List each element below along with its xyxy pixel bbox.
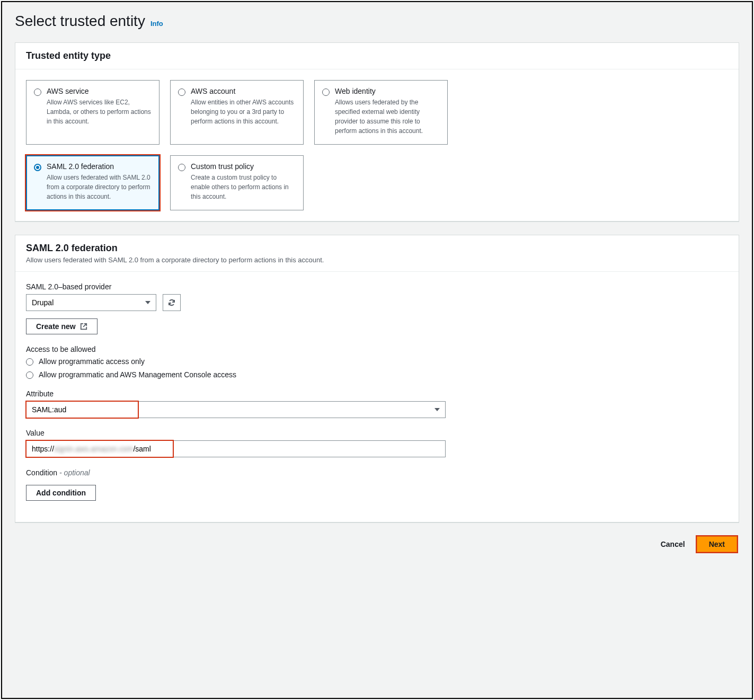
radio-icon[interactable] — [26, 371, 33, 379]
trusted-entity-title: Trusted entity type — [26, 50, 728, 61]
provider-value: Drupal — [32, 298, 54, 307]
cancel-button[interactable]: Cancel — [659, 536, 687, 553]
info-link[interactable]: Info — [150, 20, 163, 28]
chevron-down-icon — [145, 301, 150, 304]
card-desc: Allows users federated by the specified … — [335, 98, 440, 136]
attribute-label: Attribute — [26, 389, 728, 398]
saml-panel-subtitle: Allow users federated with SAML 2.0 from… — [26, 256, 728, 264]
radio-icon[interactable] — [26, 358, 33, 366]
condition-optional: - optional — [57, 468, 90, 477]
refresh-icon — [167, 298, 176, 307]
next-button[interactable]: Next — [697, 536, 737, 552]
card-title: SAML 2.0 federation — [47, 162, 152, 171]
radio-icon[interactable] — [34, 164, 41, 171]
provider-label: SAML 2.0–based provider — [26, 282, 728, 291]
chevron-down-icon — [434, 408, 440, 411]
radio-icon[interactable] — [178, 88, 185, 96]
card-title: AWS account — [191, 87, 296, 95]
radio-icon[interactable] — [322, 88, 330, 96]
create-new-button[interactable]: Create new — [26, 318, 97, 334]
refresh-button[interactable] — [163, 294, 181, 311]
entity-card-aws-account[interactable]: AWS account Allow entities in other AWS … — [170, 80, 304, 145]
value-input[interactable]: https://signin.aws.amazon.com/saml — [26, 440, 446, 457]
trusted-entity-panel: Trusted entity type AWS service Allow AW… — [15, 42, 739, 222]
value-prefix: https:// — [32, 445, 54, 453]
card-title: Custom trust policy — [191, 162, 296, 171]
card-title: Web identity — [335, 87, 440, 95]
access-option-programmatic[interactable]: Allow programmatic access only — [26, 357, 728, 366]
value-suffix: /saml — [133, 445, 150, 453]
entity-card-aws-service[interactable]: AWS service Allow AWS services like EC2,… — [26, 80, 159, 145]
access-option-programmatic-console[interactable]: Allow programmatic and AWS Management Co… — [26, 370, 728, 379]
value-blurred: signin.aws.amazon.com — [54, 445, 133, 453]
provider-select[interactable]: Drupal — [26, 294, 156, 311]
external-link-icon — [80, 323, 87, 330]
add-condition-button[interactable]: Add condition — [26, 485, 96, 501]
access-option-label: Allow programmatic access only — [39, 357, 145, 366]
entity-card-web-identity[interactable]: Web identity Allows users federated by t… — [314, 80, 448, 145]
radio-icon[interactable] — [34, 88, 41, 96]
card-desc: Create a custom trust policy to enable o… — [191, 173, 296, 201]
condition-label: Condition — [26, 468, 57, 477]
access-label: Access to be allowed — [26, 345, 728, 353]
entity-card-saml-federation[interactable]: SAML 2.0 federation Allow users federate… — [26, 155, 159, 210]
entity-card-custom-trust-policy[interactable]: Custom trust policy Create a custom trus… — [170, 155, 304, 210]
saml-federation-panel: SAML 2.0 federation Allow users federate… — [15, 235, 739, 523]
attribute-value: SAML:aud — [32, 405, 66, 414]
card-desc: Allow users federated with SAML 2.0 from… — [47, 173, 152, 201]
value-label: Value — [26, 429, 728, 437]
page-title: Select trusted entity — [15, 13, 145, 30]
saml-panel-title: SAML 2.0 federation — [26, 243, 728, 254]
create-new-label: Create new — [36, 322, 76, 331]
card-title: AWS service — [47, 87, 152, 95]
card-desc: Allow entities in other AWS accounts bel… — [191, 98, 296, 126]
card-desc: Allow AWS services like EC2, Lambda, or … — [47, 98, 152, 126]
attribute-select[interactable]: SAML:aud — [26, 401, 446, 418]
add-condition-label: Add condition — [36, 489, 86, 497]
access-option-label: Allow programmatic and AWS Management Co… — [39, 370, 236, 379]
radio-icon[interactable] — [178, 164, 185, 171]
